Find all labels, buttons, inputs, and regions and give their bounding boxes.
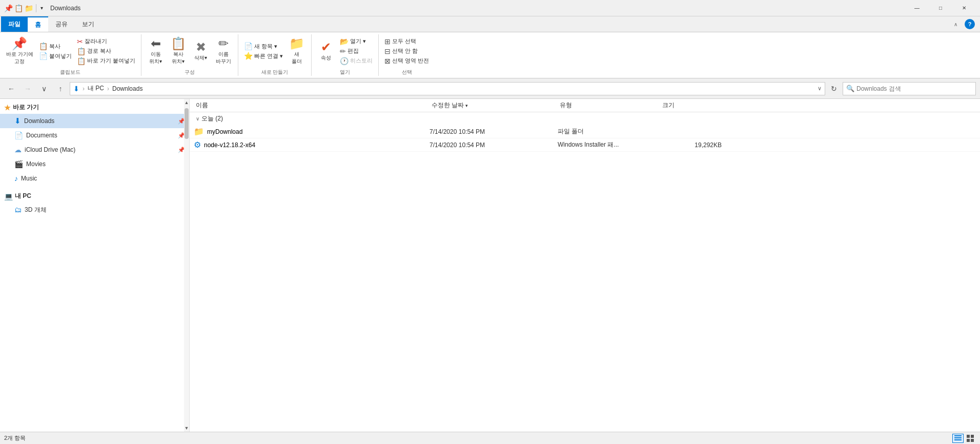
movies-icon: 🎬 — [14, 160, 23, 168]
group-header-today[interactable]: ∨ 오늘 (2) — [190, 112, 980, 125]
edit-label: 편집 — [348, 47, 359, 55]
new-item-icon: 📄 — [244, 42, 253, 50]
copy-to-btn[interactable]: 📋 복사위치▾ — [168, 36, 189, 66]
select-none-icon: ⊟ — [384, 47, 391, 55]
col-header-name[interactable]: 이름 — [194, 101, 430, 110]
scrollbar-up-btn[interactable]: ▲ — [183, 99, 190, 106]
edit-btn[interactable]: ✏ 편집 — [338, 47, 374, 56]
documents-icon: 📄 — [14, 131, 23, 139]
ribbon-tabs: 파일 홈 공유 보기 ∧ ? — [0, 16, 980, 32]
sidebar-item-icloud[interactable]: ☁ iCloud Drive (Mac) 📌 — [0, 143, 189, 157]
ribbon: 파일 홈 공유 보기 ∧ ? 📌 바로 가기에고정 📋 복사 — [0, 16, 980, 78]
select-label: 선택 — [402, 69, 412, 76]
tab-share[interactable]: 공유 — [48, 16, 75, 32]
select-all-btn[interactable]: ⊞ 모두 선택 — [383, 37, 431, 46]
tab-file[interactable]: 파일 — [1, 16, 28, 32]
sidebar-item-music[interactable]: ♪ Music — [0, 171, 189, 186]
sidebar-item-downloads[interactable]: ⬇ Downloads 📌 — [0, 114, 189, 128]
copy-label: 복사 — [49, 43, 60, 50]
history-btn[interactable]: 🕐 히스토리 — [338, 56, 374, 66]
sidebar-scroll: ★ 바로 가기 ⬇ Downloads 📌 📄 Documents 📌 ☁ iC… — [0, 99, 189, 432]
group-chevron: ∨ — [196, 116, 199, 122]
back-btn[interactable]: ← — [4, 82, 18, 96]
qat-copy-icon[interactable]: 📋 — [14, 4, 23, 12]
select-content: ⊞ 모두 선택 ⊟ 선택 안 함 ⊠ 선택 영역 반전 — [383, 34, 431, 68]
ribbon-help-btn[interactable]: ? — [965, 19, 975, 29]
file-row-node[interactable]: ⚙ node-v12.18.2-x64 7/14/2020 10:54 PM W… — [190, 138, 980, 152]
qat-pin-icon[interactable]: 📌 — [4, 4, 12, 12]
select-none-btn[interactable]: ⊟ 선택 안 함 — [383, 47, 431, 56]
refresh-btn[interactable]: ↻ — [827, 82, 841, 95]
ribbon-collapse-btn[interactable]: ∧ — [950, 19, 961, 29]
maximize-button[interactable]: □ — [929, 0, 952, 16]
file-row-mydownload[interactable]: 📁 myDownload 7/14/2020 10:54 PM 파일 폴더 — [190, 125, 980, 138]
file-name-cell-mydownload: 📁 myDownload — [194, 127, 430, 136]
file-date-mydownload: 7/14/2020 10:54 PM — [430, 128, 485, 135]
quick-access-header[interactable]: ★ 바로 가기 — [0, 101, 189, 114]
sidebar-item-3d[interactable]: 🗂 3D 개체 — [0, 203, 189, 217]
tab-home[interactable]: 홈 — [28, 16, 48, 32]
new-item-btn[interactable]: 📄 새 항목 ▾ — [242, 42, 284, 51]
scrollbar-down-btn[interactable]: ▼ — [183, 425, 190, 432]
col-header-size[interactable]: 크기 — [660, 101, 722, 110]
cut-label: 잘라내기 — [85, 37, 107, 45]
edit-icon: ✏ — [340, 47, 346, 55]
open-btn[interactable]: 📂 열기 ▾ — [338, 37, 374, 46]
delete-btn[interactable]: ✖ 삭제▾ — [191, 40, 211, 63]
cut-icon: ✂ — [77, 37, 83, 46]
address-separator2: › — [107, 85, 109, 92]
select-none-label: 선택 안 함 — [392, 47, 418, 55]
view-large-icons-btn[interactable] — [965, 434, 976, 443]
file-date-cell-node: 7/14/2020 10:54 PM — [430, 142, 558, 149]
pin-to-quick-access-btn[interactable]: 📌 바로 가기에고정 — [4, 36, 35, 66]
view-buttons — [952, 434, 976, 443]
sidebar-item-movies[interactable]: 🎬 Movies — [0, 157, 189, 171]
sidebar-scrollbar[interactable]: ▲ ▼ — [184, 99, 189, 432]
col-header-date[interactable]: 수정한 날짜 ▾ — [430, 101, 558, 110]
col-date-label: 수정한 날짜 — [432, 101, 464, 110]
view-details-btn[interactable] — [952, 434, 964, 443]
rename-btn[interactable]: ✏ 이름바꾸기 — [213, 36, 234, 66]
pin-label: 바로 가기에고정 — [6, 51, 33, 65]
quick-access-label: 바로 가기 — [13, 103, 39, 112]
recent-locations-btn[interactable]: ∨ — [37, 82, 51, 96]
copy-to-label: 복사위치▾ — [172, 51, 185, 65]
address-input[interactable]: ⬇ › 내 PC › Downloads ∨ — [70, 82, 825, 95]
file-name-mydownload: myDownload — [207, 128, 242, 135]
up-btn[interactable]: ↑ — [53, 82, 68, 96]
paste-shortcut-btn[interactable]: 📋 바로 가기 붙여넣기 — [75, 56, 137, 66]
mypc-header[interactable]: 💻 내 PC — [0, 190, 189, 203]
col-header-type[interactable]: 유형 — [558, 101, 660, 110]
new-content: 📄 새 항목 ▾ ⭐ 빠른 연결 ▾ 📁 새폴더 — [242, 34, 307, 68]
sidebar-item-documents[interactable]: 📄 Documents 📌 — [0, 128, 189, 143]
forward-btn[interactable]: → — [21, 82, 35, 96]
address-downloads[interactable]: Downloads — [112, 85, 142, 92]
cut-btn[interactable]: ✂ 잘라내기 — [75, 37, 137, 46]
new-folder-btn[interactable]: 📁 새폴더 — [287, 36, 307, 66]
ribbon-group-select: ⊞ 모두 선택 ⊟ 선택 안 함 ⊠ 선택 영역 반전 선택 — [379, 34, 435, 76]
invert-selection-btn[interactable]: ⊠ 선택 영역 반전 — [383, 56, 431, 66]
properties-btn[interactable]: ✔ 속성 — [316, 40, 336, 63]
tab-view[interactable]: 보기 — [75, 16, 101, 32]
address-expand-btn[interactable]: ∨ — [818, 85, 822, 92]
file-list: ∨ 오늘 (2) 📁 myDownload 7/14/2020 10:54 PM… — [190, 112, 980, 432]
move-btn[interactable]: ⬅ 이동위치▾ — [146, 36, 166, 66]
quick-access-btn[interactable]: ⭐ 빠른 연결 ▾ — [242, 51, 284, 60]
search-box[interactable]: 🔍 — [843, 82, 976, 95]
address-separator1: › — [83, 85, 85, 92]
mypc-icon: 💻 — [4, 192, 13, 200]
path-copy-btn[interactable]: 📋 경로 복사 — [75, 47, 137, 56]
address-mypc[interactable]: 내 PC — [88, 84, 104, 93]
qat-folder-icon[interactable]: 📁 — [25, 4, 33, 12]
close-button[interactable]: ✕ — [952, 0, 976, 16]
svg-rect-3 — [967, 435, 970, 438]
svg-rect-1 — [954, 437, 962, 438]
search-input[interactable] — [856, 85, 972, 92]
open-content: ✔ 속성 📂 열기 ▾ ✏ 편집 🕐 히스토리 — [316, 34, 374, 68]
open-label: 열기 — [340, 69, 350, 76]
paste-btn[interactable]: 📄 붙여넣기 — [37, 51, 73, 60]
minimize-button[interactable]: — — [905, 0, 929, 16]
copy-btn[interactable]: 📋 복사 — [37, 42, 73, 51]
qat-dropdown-btn[interactable]: ▾ — [39, 5, 44, 11]
paste-shortcut-label: 바로 가기 붙여넣기 — [87, 57, 135, 65]
